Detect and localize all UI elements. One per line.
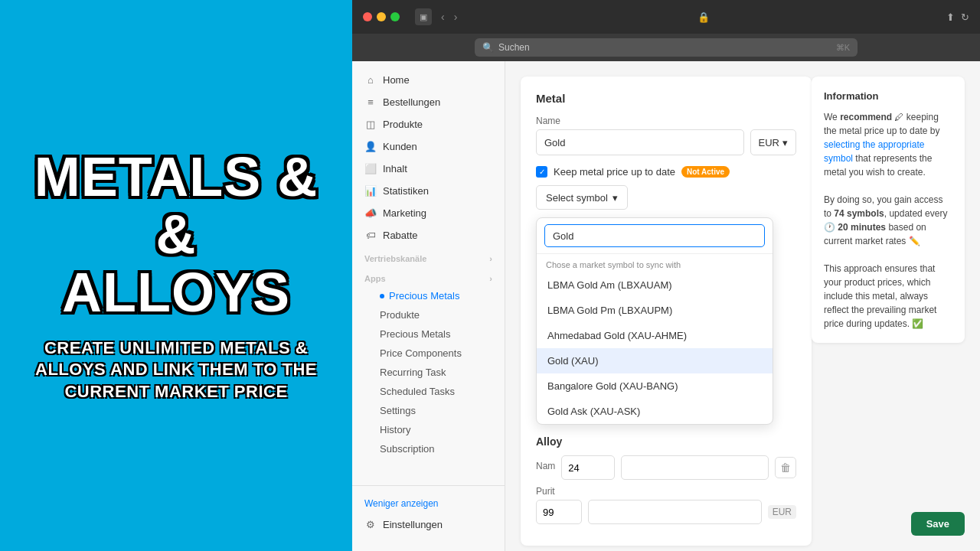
- apps-header: Apps ›: [352, 266, 505, 286]
- sidebar-item-label: Home: [383, 74, 410, 86]
- name-input[interactable]: [536, 129, 744, 155]
- purity-input-row: EUR: [536, 500, 796, 524]
- forward-arrow[interactable]: ›: [451, 9, 461, 24]
- content-area: Metal Name EUR ▾ ✓ Keep metal price up t…: [505, 61, 980, 551]
- form-section-title: Metal: [536, 92, 796, 105]
- title-bar-right: ⬆ ↻: [946, 11, 969, 23]
- price-input[interactable]: [588, 500, 762, 524]
- sidebar-item-history[interactable]: History: [352, 420, 505, 439]
- search-bar-input[interactable]: 🔍 Suchen ⌘K: [475, 38, 858, 57]
- alloy-karat-input[interactable]: [561, 455, 615, 480]
- name-row: EUR ▾: [536, 129, 796, 155]
- less-button[interactable]: Weniger anzeigen: [352, 494, 505, 514]
- sidebar-item-settings[interactable]: Settings: [352, 401, 505, 420]
- sidebar-item-recurring-task[interactable]: Recurring Task: [352, 363, 505, 382]
- currency-tag: EUR: [768, 505, 796, 519]
- dropdown-item-ahmedabad[interactable]: Ahmedabad Gold (XAU-AHME): [537, 323, 773, 348]
- traffic-lights: [363, 12, 400, 21]
- save-button[interactable]: Save: [911, 512, 965, 536]
- apps-expand-icon: ›: [489, 274, 492, 283]
- sidebar-item-label: Einstellungen: [383, 519, 443, 530]
- info-text-2: By doing so, you gain access to 74 symbo…: [824, 193, 952, 248]
- nav-arrows: ‹ ›: [438, 9, 460, 24]
- sidebar-item-einstellungen[interactable]: ⚙ Einstellungen: [352, 514, 505, 536]
- sidebar-item-precious-metals-2[interactable]: Precious Metals: [352, 324, 505, 344]
- sidebar-item-price-components[interactable]: Price Components: [352, 344, 505, 363]
- title-bar-center: 🔒: [466, 11, 940, 23]
- dropdown-item-gold-ask[interactable]: Gold Ask (XAU-ASK): [537, 399, 773, 424]
- alloy-name-input[interactable]: [621, 455, 769, 480]
- sidebar-item-bestellungen[interactable]: ≡ Bestellungen: [352, 91, 505, 113]
- sidebar-item-label: Settings: [380, 405, 416, 416]
- sidebar-footer: Weniger anzeigen ⚙ Einstellungen: [352, 485, 505, 543]
- currency-label: EUR: [759, 137, 779, 148]
- sidebar-item-label: Recurring Task: [380, 367, 446, 378]
- sidebar-item-label: Bestellungen: [383, 96, 440, 108]
- dropdown-item-gold-xau[interactable]: Gold (XAU): [537, 348, 773, 373]
- sidebar-item-kunden[interactable]: 👤 Kunden: [352, 135, 505, 158]
- select-symbol-button[interactable]: Select symbol ▾: [536, 185, 628, 210]
- sidebar-item-rabatte[interactable]: 🏷 Rabatte: [352, 224, 505, 246]
- sidebar-item-label: Precious Metals: [389, 290, 459, 302]
- sidebar-item-subscription[interactable]: Subscription: [352, 439, 505, 458]
- chevron-down-icon: ▾: [782, 137, 788, 148]
- info-panel: Information We recommend 🖊 keeping the m…: [812, 77, 965, 343]
- close-button[interactable]: [363, 12, 372, 21]
- dropdown-hint: Chose a market symbol to sync with: [537, 254, 773, 272]
- sidebar-item-statistiken[interactable]: 📊 Statistiken: [352, 180, 505, 202]
- banner-title: METALS &&ALLOYS: [34, 148, 318, 322]
- select-symbol-label: Select symbol: [546, 192, 608, 204]
- marketing-icon: 📣: [364, 207, 377, 219]
- sidebar-item-precious-metals[interactable]: Precious Metals: [352, 286, 505, 305]
- alloy-name-row: Nam 🗑: [536, 455, 796, 480]
- maximize-button[interactable]: [390, 12, 400, 21]
- active-dot: [380, 294, 384, 298]
- keep-price-checkbox[interactable]: ✓: [536, 166, 547, 178]
- alloy-name-label: Nam: [536, 461, 555, 471]
- sidebar-item-label: Statistiken: [383, 185, 429, 197]
- alloy-title: Alloy: [536, 435, 796, 448]
- dropdown-search-input[interactable]: [544, 224, 765, 247]
- sidebar-item-scheduled-tasks[interactable]: Scheduled Tasks: [352, 382, 505, 401]
- recommend-text: recommend: [840, 112, 892, 122]
- vertriebskanale-header: Vertriebskanäle ›: [352, 246, 505, 266]
- settings-icon: ⚙: [364, 519, 377, 530]
- sidebar-item-label: Subscription: [380, 443, 435, 455]
- purity-row: Purit EUR: [536, 486, 796, 524]
- sidebar-item-inhalt[interactable]: ⬜ Inhalt: [352, 158, 505, 180]
- sidebar-item-label: Scheduled Tasks: [380, 386, 455, 397]
- content-icon: ⬜: [364, 163, 377, 174]
- symbol-dropdown-container: Select symbol ▾ Chose a market symbol to…: [536, 185, 796, 425]
- delete-alloy-button[interactable]: 🗑: [775, 457, 796, 478]
- dropdown-search-bar: [537, 218, 773, 254]
- search-icon: 🔍: [482, 42, 494, 53]
- info-text: We recommend 🖊 keeping the metal price u…: [824, 110, 952, 179]
- sidebar-item-marketing[interactable]: 📣 Marketing: [352, 202, 505, 224]
- refresh-icon[interactable]: ↻: [961, 11, 969, 23]
- info-title: Information: [824, 89, 952, 104]
- sidebar-item-label: Kunden: [383, 141, 417, 152]
- count-text: 74 symbols: [834, 208, 884, 219]
- alloy-section: Alloy Nam 🗑 Purit EUR: [536, 435, 796, 524]
- info-text-3: This approach ensures that your product …: [824, 262, 952, 331]
- dropdown-item-bangalore[interactable]: Bangalore Gold (XAU-BANG): [537, 373, 773, 399]
- keep-price-label: Keep metal price up to date: [554, 166, 675, 178]
- sidebar-item-produkte[interactable]: ◫ Produkte: [352, 113, 505, 135]
- sidebar-item-label: History: [380, 424, 410, 435]
- currency-button[interactable]: EUR ▾: [750, 129, 796, 155]
- purity-value-input[interactable]: [536, 500, 582, 524]
- sidebar-item-home[interactable]: ⌂ Home: [352, 69, 505, 91]
- window-controls: ▣: [415, 8, 432, 25]
- sidebar: ⌂ Home ≡ Bestellungen ◫ Produkte 👤 Kunde…: [352, 61, 505, 551]
- not-active-badge: Not Active: [681, 166, 730, 178]
- dropdown-item-lbma-pm[interactable]: LBMA Gold Pm (LBXAUPM): [537, 298, 773, 323]
- app-window: ▣ ‹ › 🔒 ⬆ ↻ 🔍 Suchen ⌘K ⌂ Home: [352, 0, 980, 551]
- symbol-link[interactable]: selecting the appropriate symbol: [824, 139, 924, 164]
- back-arrow[interactable]: ‹: [438, 9, 448, 24]
- minimize-button[interactable]: [377, 12, 386, 21]
- sidebar-item-label: Rabatte: [383, 230, 418, 241]
- dropdown-item-lbma-am[interactable]: LBMA Gold Am (LBXAUAM): [537, 272, 773, 298]
- discounts-icon: 🏷: [364, 230, 377, 241]
- sidebar-item-app-produkte[interactable]: Produkte: [352, 305, 505, 324]
- title-bar: ▣ ‹ › 🔒 ⬆ ↻: [352, 0, 980, 34]
